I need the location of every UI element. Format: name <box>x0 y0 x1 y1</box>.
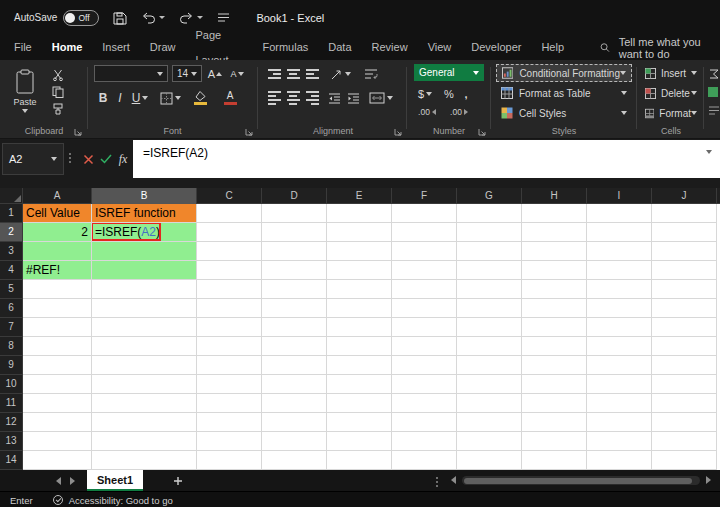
cell-F8[interactable] <box>392 337 457 356</box>
cell-F14[interactable] <box>392 451 457 470</box>
row-header-2[interactable]: 2 <box>0 223 23 242</box>
col-header-B[interactable]: B <box>92 188 197 204</box>
menu-tab-developer[interactable]: Developer <box>461 35 531 60</box>
cell-H3[interactable] <box>522 242 587 261</box>
undo-button[interactable] <box>141 12 165 24</box>
cell-H13[interactable] <box>522 432 587 451</box>
cell-C10[interactable] <box>197 375 262 394</box>
accounting-format-button[interactable]: $ <box>414 87 436 101</box>
cell-E14[interactable] <box>327 451 392 470</box>
cell-I8[interactable] <box>587 337 652 356</box>
col-header-I[interactable]: I <box>587 188 652 204</box>
horizontal-scrollbar-thumb[interactable] <box>464 478 692 484</box>
cell-D13[interactable] <box>262 432 327 451</box>
row-header-6[interactable]: 6 <box>0 299 23 318</box>
cell-C7[interactable] <box>197 318 262 337</box>
cell-A14[interactable] <box>23 451 92 470</box>
row-header-9[interactable]: 9 <box>0 356 23 375</box>
font-name-combo[interactable] <box>94 65 168 82</box>
comma-style-button[interactable]: , <box>460 87 472 101</box>
cell-J2[interactable] <box>652 223 717 242</box>
cell-H1[interactable] <box>522 204 587 223</box>
cell-F4[interactable] <box>392 261 457 280</box>
align-top-button[interactable] <box>266 67 282 81</box>
cell-G5[interactable] <box>457 280 522 299</box>
autosave-toggle[interactable]: Off <box>63 10 99 26</box>
underline-button[interactable]: U <box>130 90 150 106</box>
insert-cells-button[interactable]: Insert <box>642 64 700 82</box>
cell-C12[interactable] <box>197 413 262 432</box>
cell-D12[interactable] <box>262 413 327 432</box>
cell-C8[interactable] <box>197 337 262 356</box>
cell-B12[interactable] <box>92 413 197 432</box>
scroll-left-icon[interactable] <box>451 476 456 484</box>
next-sheet-icon[interactable] <box>70 477 75 485</box>
cell-E3[interactable] <box>327 242 392 261</box>
cell-D7[interactable] <box>262 318 327 337</box>
cell-E11[interactable] <box>327 394 392 413</box>
cell-A10[interactable] <box>23 375 92 394</box>
cell-D11[interactable] <box>262 394 327 413</box>
menu-tab-data[interactable]: Data <box>318 35 361 60</box>
number-format-combo[interactable]: General <box>414 64 484 81</box>
cell-E6[interactable] <box>327 299 392 318</box>
col-header-J[interactable]: J <box>652 188 717 204</box>
cell-F5[interactable] <box>392 280 457 299</box>
cell-A7[interactable] <box>23 318 92 337</box>
cell-E1[interactable] <box>327 204 392 223</box>
col-header-G[interactable]: G <box>457 188 522 204</box>
cell-B1[interactable]: ISREF function <box>92 204 197 223</box>
cell-D10[interactable] <box>262 375 327 394</box>
cell-I11[interactable] <box>587 394 652 413</box>
save-button[interactable] <box>113 11 127 25</box>
fill-color-button[interactable] <box>188 90 212 106</box>
cell-J6[interactable] <box>652 299 717 318</box>
cell-D2[interactable] <box>262 223 327 242</box>
cell-A6[interactable] <box>23 299 92 318</box>
cell-A13[interactable] <box>23 432 92 451</box>
cell-I6[interactable] <box>587 299 652 318</box>
cell-E9[interactable] <box>327 356 392 375</box>
cell-H7[interactable] <box>522 318 587 337</box>
cell-F7[interactable] <box>392 318 457 337</box>
orientation-button[interactable] <box>328 66 352 82</box>
decrease-indent-button[interactable] <box>326 91 342 105</box>
cell-C9[interactable] <box>197 356 262 375</box>
cell-H5[interactable] <box>522 280 587 299</box>
cell-F13[interactable] <box>392 432 457 451</box>
horizontal-scrollbar[interactable] <box>462 476 700 485</box>
cell-F3[interactable] <box>392 242 457 261</box>
cell-H4[interactable] <box>522 261 587 280</box>
cell-J1[interactable] <box>652 204 717 223</box>
col-header-D[interactable]: D <box>262 188 327 204</box>
cell-A5[interactable] <box>23 280 92 299</box>
borders-button[interactable] <box>158 90 182 106</box>
cell-F10[interactable] <box>392 375 457 394</box>
cell-B3[interactable] <box>92 242 197 261</box>
number-dialog-launcher[interactable] <box>478 128 486 136</box>
decrease-decimal-button[interactable]: .00 <box>446 105 472 118</box>
accessibility-status[interactable]: Accessibility: Good to go <box>53 495 173 506</box>
percent-style-button[interactable]: % <box>442 87 456 101</box>
cell-C5[interactable] <box>197 280 262 299</box>
cell-C1[interactable] <box>197 204 262 223</box>
col-header-C[interactable]: C <box>197 188 262 204</box>
cell-F11[interactable] <box>392 394 457 413</box>
cell-I10[interactable] <box>587 375 652 394</box>
cell-I12[interactable] <box>587 413 652 432</box>
cell-A12[interactable] <box>23 413 92 432</box>
cell-D1[interactable] <box>262 204 327 223</box>
cell-E5[interactable] <box>327 280 392 299</box>
formula-bar-expand-icon[interactable] <box>706 150 712 154</box>
alignment-dialog-launcher[interactable] <box>394 128 402 136</box>
enter-button[interactable] <box>98 140 114 178</box>
italic-button[interactable]: I <box>114 90 126 106</box>
cell-J14[interactable] <box>652 451 717 470</box>
cell-F2[interactable] <box>392 223 457 242</box>
cell-A1[interactable]: Cell Value <box>23 204 92 223</box>
cell-J8[interactable] <box>652 337 717 356</box>
cell-E12[interactable] <box>327 413 392 432</box>
delete-cells-button[interactable]: Delete <box>642 84 700 102</box>
cell-H9[interactable] <box>522 356 587 375</box>
cell-J7[interactable] <box>652 318 717 337</box>
